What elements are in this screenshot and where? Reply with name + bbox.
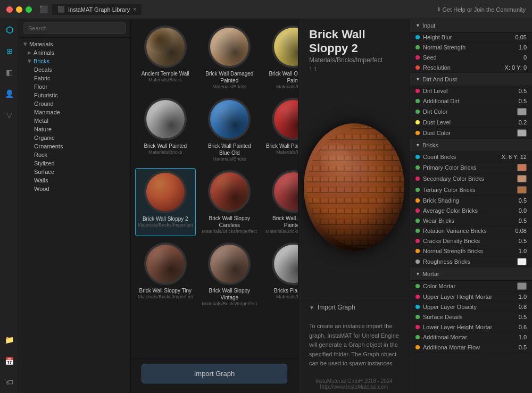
tree-item-fabric[interactable]: Fabric — [19, 74, 130, 82]
prop-dirt-color: Dirt Color — [410, 106, 532, 118]
tree-content: ▶ Materials ▶ Animals ▶ Bricks Decals Fa… — [19, 38, 130, 393]
material-version: 1.1 — [309, 66, 399, 72]
tree-item-floor[interactable]: Floor — [19, 82, 130, 91]
chevron-icon: ▶ — [27, 60, 32, 63]
grid-item-sublabel: Materials/Bricks — [213, 156, 247, 162]
prop-dot — [415, 260, 420, 264]
import-btn-bar: Import Graph — [131, 358, 298, 393]
grid-item[interactable]: Brick Wall Sloppy PaintedMaterials/Brick… — [263, 168, 298, 236]
sidebar-item-tag[interactable]: 🏷 — [3, 376, 16, 389]
import-graph-header[interactable]: ▼ Import Graph — [298, 298, 410, 316]
sidebar-item-folder[interactable]: 📁 — [3, 333, 16, 346]
tree-item-surface[interactable]: Surface — [19, 168, 130, 176]
prop-resolution: Resolution X: 0 Y: 0 — [410, 63, 532, 73]
grid-item-label: Bricks Plastered — [274, 287, 298, 294]
material-path: Materials/Bricks/Imperfect — [309, 56, 399, 64]
sidebar-item-person[interactable]: 👤 — [3, 87, 16, 100]
tree-item-wood[interactable]: Wood — [19, 185, 130, 193]
grid-item-sublabel: Materials/Bricks — [148, 77, 182, 82]
grid-item-label: Brick Wall Painted Blue Old — [202, 143, 257, 156]
material-thumbnail — [208, 243, 251, 285]
secondary-color-swatch[interactable] — [517, 175, 527, 182]
sidebar-item-grid[interactable]: ⊞ — [3, 45, 16, 57]
grid-item-label: Brick Wall Damaged Painted — [202, 70, 257, 84]
prop-dot — [415, 155, 420, 159]
grid-item[interactable]: Brick Wall Painted Blue OldMaterials/Bri… — [200, 96, 260, 164]
import-graph-button[interactable]: Import Graph — [142, 364, 287, 383]
dirt-color-swatch[interactable] — [517, 108, 527, 115]
tree-item-stylized[interactable]: Stylized — [19, 159, 130, 168]
primary-color-swatch[interactable] — [517, 164, 527, 171]
dirt-section-header[interactable]: ▼ Dirt And Dust — [410, 73, 532, 86]
traffic-lights — [6, 6, 32, 13]
grid-item-sublabel: Materials/Bricks/Imperfect — [138, 294, 193, 299]
material-thumbnail — [208, 26, 251, 68]
minimize-button[interactable] — [16, 6, 22, 13]
material-thumbnail — [272, 26, 298, 68]
tree-item-bricks[interactable]: ▶ Bricks — [19, 57, 130, 65]
active-tab[interactable]: ⬛ InstaMAT Graph Library × — [52, 4, 142, 15]
tree-item-nature[interactable]: Nature — [19, 125, 130, 133]
grid-item[interactable]: Bricks PlasteredMaterials/Bricks — [263, 240, 298, 308]
help-button[interactable]: ℹ Get Help or Join the Community — [438, 6, 526, 13]
grid-item[interactable]: Brick Wall Sloppy VintageMaterials/Brick… — [200, 240, 260, 308]
app-title: ⬛ InstaMAT Graph Library × — [52, 4, 142, 15]
grid-item[interactable]: Brick Wall Sloppy CarelessMaterials/Bric… — [200, 168, 260, 236]
prop-secondary-color: Secondary Color Bricks — [410, 173, 532, 185]
grid-item[interactable]: Brick Wall Old Fresh PaintMaterials/Bric… — [263, 23, 298, 91]
tab-close-icon[interactable]: × — [133, 6, 136, 12]
grid-item[interactable]: Ancient Temple WallMaterials/Bricks — [135, 23, 196, 91]
grid-content: Ancient Temple WallMaterials/Bricks Bric… — [131, 19, 298, 358]
grid-item-sublabel: Materials/Bricks/Imperfect — [138, 222, 193, 228]
prop-dot — [415, 305, 420, 309]
tree-item-ornaments[interactable]: Ornaments — [19, 142, 130, 150]
sidebar-item-calendar[interactable]: 📅 — [3, 355, 16, 367]
tree-item-manmade[interactable]: Manmade — [19, 108, 130, 116]
grid-item-sublabel: Materials/Bricks — [276, 149, 298, 155]
grid-item-label: Brick Wall Sloppy Painted — [265, 215, 298, 229]
prop-dot — [415, 325, 420, 329]
svg-point-36 — [274, 245, 298, 283]
tree-item-metal[interactable]: Metal — [19, 116, 130, 125]
prop-primary-color: Primary Color Bricks — [410, 162, 532, 173]
bricks-section-header[interactable]: ▼ Bricks — [410, 139, 532, 152]
sidebar-logo: ⬡ — [3, 23, 16, 36]
prop-brick-shading: Brick Shading 0.5 — [410, 196, 532, 206]
grid-item[interactable]: Brick Wall Sloppy 2Materials/Bricks/Impe… — [135, 168, 196, 236]
prop-dirt-level: Dirt Level 0.5 — [410, 86, 532, 96]
tree-item-futuristic[interactable]: Futuristic — [19, 91, 130, 99]
chevron-icon: ▼ — [415, 271, 420, 277]
close-button[interactable] — [6, 6, 13, 13]
tree-item-walls[interactable]: Walls — [19, 176, 130, 185]
dust-color-swatch[interactable] — [517, 129, 527, 137]
grid-item-label: Brick Wall Sloppy Careless — [202, 215, 257, 229]
tree-root[interactable]: ▶ Materials — [19, 40, 130, 48]
material-title: Brick Wall Sloppy 2 — [309, 28, 399, 55]
tree-item-rock[interactable]: Rock — [19, 150, 130, 159]
sidebar-item-layers[interactable]: ◧ — [3, 66, 16, 79]
grid-item[interactable]: Brick Wall PaintedMaterials/Bricks — [135, 96, 196, 164]
search-input[interactable] — [23, 22, 126, 34]
prop-dot — [415, 239, 420, 243]
grid-item[interactable]: Brick Wall Painted RedMaterials/Bricks — [263, 96, 298, 164]
svg-point-45 — [306, 126, 404, 248]
mortar-color-swatch[interactable] — [517, 282, 527, 290]
tree-item-decals[interactable]: Decals — [19, 65, 130, 74]
sidebar-item-filter[interactable]: ▽ — [3, 108, 16, 121]
grid-item[interactable]: Brick Wall Damaged PaintedMaterials/Bric… — [200, 23, 260, 91]
prop-lower-layer-height: Lower Layer Height Mortar 0.6 — [410, 322, 532, 332]
material-thumbnail — [144, 171, 187, 213]
input-section-header[interactable]: ▼ Input — [410, 19, 532, 32]
tree-item-ground[interactable]: Ground — [19, 99, 130, 108]
svg-point-11 — [146, 100, 185, 138]
maximize-button[interactable] — [26, 6, 32, 13]
grid-item[interactable]: Brick Wall Sloppy TinyMaterials/Bricks/I… — [135, 240, 196, 308]
prop-dot — [415, 249, 420, 253]
roughness-swatch[interactable] — [517, 258, 527, 265]
tree-item-animals[interactable]: ▶ Animals — [19, 48, 130, 57]
grid-item-sublabel: Materials/Bricks — [213, 84, 247, 89]
mortar-section-header[interactable]: ▼ Mortar — [410, 267, 532, 281]
tertiary-color-swatch[interactable] — [517, 186, 527, 194]
tree-item-organic[interactable]: Organic — [19, 133, 130, 142]
prop-dot — [415, 284, 420, 288]
